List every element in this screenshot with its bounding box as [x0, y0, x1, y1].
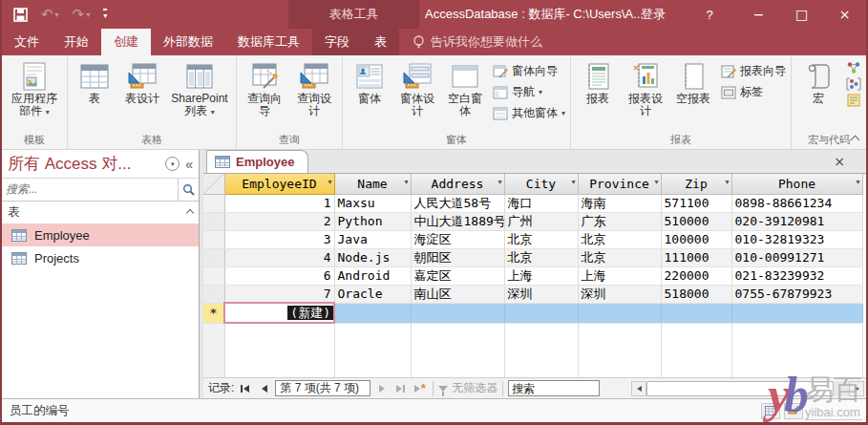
- class-module-icon[interactable]: [846, 77, 861, 91]
- nav-pane-menu-icon[interactable]: ▾: [165, 157, 180, 171]
- tab-home[interactable]: 开始: [52, 29, 101, 55]
- application-parts-button[interactable]: 应用程序部件 ▾: [5, 57, 64, 119]
- cell-employeeid[interactable]: 2: [224, 212, 334, 230]
- column-header-address[interactable]: Address▾: [411, 174, 504, 194]
- cell-province[interactable]: 广东: [578, 212, 661, 230]
- blank-report-button[interactable]: 空报表: [669, 57, 717, 106]
- nav-search-input[interactable]: [2, 179, 178, 201]
- cell-city[interactable]: 北京: [504, 248, 578, 266]
- row-selector[interactable]: [203, 248, 224, 266]
- tell-me-box[interactable]: 告诉我你想要做什么: [413, 29, 542, 55]
- save-icon[interactable]: [13, 8, 28, 22]
- column-dropdown-icon[interactable]: ▾: [654, 178, 658, 186]
- labels-button[interactable]: 标签: [721, 84, 786, 100]
- undo-icon[interactable]: ↶▾: [41, 8, 59, 22]
- column-dropdown-icon[interactable]: ▾: [725, 178, 729, 186]
- scroll-right-icon[interactable]: [849, 381, 864, 396]
- cell-address[interactable]: 人民大道58号: [411, 194, 504, 212]
- report-wizard-button[interactable]: 报表向导: [721, 63, 786, 79]
- blank-form-button[interactable]: 空白窗体: [441, 57, 489, 118]
- help-button[interactable]: ?: [682, 8, 737, 22]
- design-view-icon[interactable]: [784, 403, 803, 419]
- maximize-button[interactable]: □: [780, 0, 823, 29]
- cell-name[interactable]: Java: [334, 230, 411, 248]
- cell-province[interactable]: 上海: [578, 266, 661, 285]
- cell-employeeid[interactable]: 7: [224, 285, 334, 303]
- cell-province[interactable]: 海南: [578, 194, 661, 212]
- tab-file[interactable]: 文件: [2, 29, 52, 55]
- next-record-button[interactable]: [373, 381, 390, 396]
- scrollbar-thumb[interactable]: [646, 381, 834, 396]
- previous-record-button[interactable]: [256, 381, 272, 396]
- close-button[interactable]: ×: [823, 0, 866, 29]
- query-design-button[interactable]: 查询设计: [289, 57, 339, 118]
- new-record-selector[interactable]: *: [203, 303, 224, 323]
- row-selector[interactable]: [203, 212, 224, 230]
- record-search-input[interactable]: [508, 380, 600, 396]
- column-dropdown-icon[interactable]: ▾: [571, 178, 575, 186]
- form-wizard-button[interactable]: 窗体向导: [493, 63, 565, 79]
- column-dropdown-icon[interactable]: ▾: [856, 178, 859, 186]
- cell-zip[interactable]: 518000: [661, 285, 731, 303]
- cell-address[interactable]: 嘉定区: [411, 266, 504, 285]
- cell-name[interactable]: Python: [334, 212, 411, 230]
- cell[interactable]: [731, 303, 862, 323]
- column-header-province[interactable]: Province▾: [578, 174, 661, 194]
- cell-employeeid[interactable]: 1: [224, 194, 334, 212]
- shutter-bar-close-icon[interactable]: «: [185, 157, 193, 172]
- cell-name[interactable]: Maxsu: [334, 194, 411, 212]
- cell-address[interactable]: 海淀区: [411, 230, 504, 248]
- column-dropdown-icon[interactable]: ▾: [498, 178, 501, 186]
- last-record-button[interactable]: [392, 381, 409, 396]
- column-dropdown-icon[interactable]: ▾: [404, 178, 408, 186]
- horizontal-scrollbar[interactable]: [631, 381, 864, 396]
- cell-phone[interactable]: 010-32819323: [731, 230, 862, 248]
- cell-phone[interactable]: 021-83239932: [731, 266, 862, 285]
- report-button[interactable]: 报表: [574, 57, 622, 106]
- cell-city[interactable]: 上海: [504, 266, 578, 285]
- cell-name[interactable]: Node.js: [334, 248, 411, 266]
- cell-zip[interactable]: 510000: [661, 212, 731, 230]
- row-selector[interactable]: [203, 285, 224, 303]
- cell-name[interactable]: Oracle: [334, 285, 411, 303]
- cell-phone[interactable]: 0755-67879923: [731, 285, 862, 303]
- macro-button[interactable]: 宏: [794, 57, 842, 106]
- new-record-cell[interactable]: (新建): [224, 303, 334, 323]
- column-header-city[interactable]: City▾: [504, 174, 578, 194]
- cell-province[interactable]: 深圳: [578, 285, 661, 303]
- tab-external-data[interactable]: 外部数据: [151, 29, 225, 55]
- cell-zip[interactable]: 571100: [661, 194, 731, 212]
- customize-qat-icon[interactable]: ▾: [103, 9, 107, 20]
- cell-zip[interactable]: 100000: [661, 230, 731, 248]
- more-forms-button[interactable]: 其他窗体 ▾: [493, 105, 565, 121]
- cell-phone[interactable]: 010-00991271: [731, 248, 862, 266]
- tab-employee[interactable]: Employee: [206, 150, 308, 173]
- cell-city[interactable]: 广州: [504, 212, 578, 230]
- tab-fields[interactable]: 字段: [312, 29, 362, 55]
- cell-address[interactable]: 南山区: [411, 285, 504, 303]
- visual-basic-icon[interactable]: [846, 94, 861, 107]
- navigation-button[interactable]: 导航 ▾: [493, 84, 565, 100]
- tab-database-tools[interactable]: 数据库工具: [225, 29, 312, 55]
- tab-table[interactable]: 表: [362, 29, 399, 55]
- cell-phone[interactable]: 020-39120981: [731, 212, 862, 230]
- cell-phone[interactable]: 0898-88661234: [731, 194, 862, 212]
- cell-city[interactable]: 深圳: [504, 285, 578, 303]
- cell[interactable]: [411, 303, 504, 323]
- column-header-name[interactable]: Name▾: [334, 174, 411, 194]
- form-button[interactable]: 窗体: [346, 57, 393, 106]
- record-position-box[interactable]: 第 7 项(共 7 项): [275, 380, 370, 396]
- cell-zip[interactable]: 111000: [661, 248, 731, 266]
- search-icon[interactable]: [178, 179, 199, 201]
- module-icon[interactable]: [846, 61, 861, 74]
- cell-city[interactable]: 北京: [504, 230, 578, 248]
- redo-icon[interactable]: ↷▾: [73, 8, 91, 22]
- sidebar-item-employee[interactable]: Employee: [2, 223, 199, 246]
- row-selector[interactable]: [203, 266, 224, 285]
- cell-zip[interactable]: 220000: [661, 266, 731, 285]
- column-header-employeeid[interactable]: EmployeeID▾: [224, 174, 334, 194]
- cell-employeeid[interactable]: 6: [224, 266, 334, 285]
- cell-province[interactable]: 北京: [578, 248, 661, 266]
- form-design-button[interactable]: 窗体设计: [393, 57, 441, 118]
- sidebar-item-projects[interactable]: Projects: [2, 246, 199, 269]
